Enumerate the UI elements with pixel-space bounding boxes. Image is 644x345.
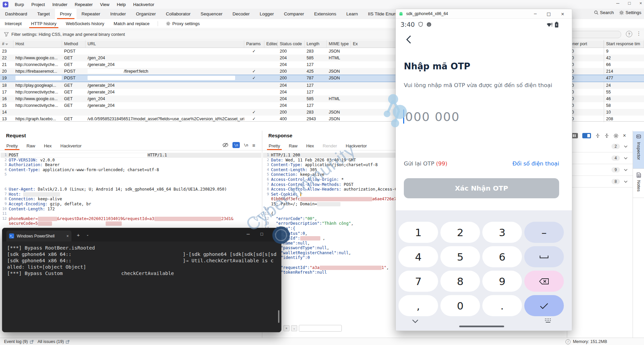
inspector-section[interactable]: 8 <box>567 176 633 188</box>
key-8[interactable]: 8 <box>440 271 480 292</box>
settings-button[interactable]: Settings <box>619 10 641 15</box>
request-editor[interactable]: 1POSTHTTP/1.12OTP-VERSION: v2.0.03Author… <box>1 153 261 226</box>
subtab-http-history[interactable]: HTTP history <box>26 19 61 28</box>
maximize-icon[interactable]: □ <box>547 11 551 16</box>
key-6[interactable]: 6 <box>482 246 522 267</box>
help-icon[interactable]: ? <box>626 31 632 37</box>
column-header-MIME type[interactable]: MIME type <box>327 40 351 48</box>
response-tab-raw[interactable]: Raw <box>284 141 302 150</box>
tab-intruder[interactable]: Intruder <box>105 9 131 19</box>
search-option-icon[interactable]: ≡ <box>283 325 289 331</box>
menu-item-hackvertor[interactable]: Hackvertor <box>129 2 158 7</box>
minimize-icon[interactable]: ─ <box>247 231 250 236</box>
subtab-intercept[interactable]: Intercept <box>0 19 26 28</box>
key-backspace[interactable] <box>524 271 564 292</box>
key-4[interactable]: 4 <box>398 246 438 267</box>
inspector-section[interactable]: 4 <box>567 152 633 164</box>
history-filter-input[interactable] <box>568 31 621 38</box>
nav-handle[interactable] <box>459 326 504 327</box>
tab-proxy[interactable]: Proxy <box>55 9 77 19</box>
emulator-titlebar[interactable]: sdk_gphone64_x86_64 ─ □ × <box>396 9 572 19</box>
menu-item-view[interactable]: View <box>96 2 113 7</box>
hide-keyboard-icon[interactable] <box>412 319 419 323</box>
maximize-icon[interactable]: □ <box>628 1 631 6</box>
confirm-otp-button[interactable]: Xác Nhận OTP <box>404 178 559 198</box>
tab-learn[interactable]: Learn <box>341 9 363 19</box>
layout-toggle-side-icon[interactable] <box>582 133 591 138</box>
tab-repeater[interactable]: Repeater <box>76 9 105 19</box>
response-tab-hex[interactable]: Hex <box>302 141 318 150</box>
inspector-section[interactable]: 2 <box>567 141 633 152</box>
collapse-icon[interactable] <box>604 133 609 138</box>
key-check[interactable] <box>524 295 564 316</box>
key-2[interactable]: 2 <box>440 222 480 243</box>
minimize-icon[interactable]: ─ <box>616 1 619 6</box>
tab-dashboard[interactable]: Dashboard <box>0 9 32 19</box>
key-1[interactable]: 1 <box>398 222 438 243</box>
column-header-Host[interactable]: Host <box>13 40 62 48</box>
subtab-websockets-history[interactable]: WebSockets history <box>61 19 109 28</box>
key-5[interactable]: 5 <box>440 246 480 267</box>
tab-notes[interactable]: Notes <box>633 169 644 198</box>
column-header-Length[interactable]: Length <box>305 40 327 48</box>
newline-icon[interactable]: \n <box>244 143 248 147</box>
event-log-button[interactable]: Event log (9) <box>4 339 34 344</box>
key-3[interactable]: 3 <box>482 222 522 243</box>
column-header-tener port[interactable]: tener port <box>567 40 604 48</box>
inspector-gear-icon[interactable] <box>613 133 619 138</box>
all-issues-button[interactable]: All issues (19) <box>38 339 70 344</box>
resend-otp-button[interactable]: Gửi lại OTP (99) <box>404 160 447 167</box>
column-header-Status code[interactable]: Status code <box>278 40 305 48</box>
maximize-icon[interactable]: □ <box>261 231 263 236</box>
subtab-proxy-settings[interactable]: Proxy settings <box>161 19 205 28</box>
close-icon[interactable]: × <box>639 1 642 6</box>
menu-item-burp[interactable]: Burp <box>11 2 28 7</box>
request-tab-hex[interactable]: Hex <box>40 141 56 150</box>
tab-comparer[interactable]: Comparer <box>279 9 309 19</box>
tab-collaborator[interactable]: Collaborator <box>161 9 196 19</box>
terminal-output[interactable]: [***] Bypass RootBeer.isRooted [sdk gpho… <box>7 245 278 329</box>
more-options-icon[interactable]: ⋮ <box>636 30 641 37</box>
tab-close-icon[interactable]: × <box>66 234 69 238</box>
request-tab-raw[interactable]: Raw <box>22 141 40 150</box>
response-tab-hackvertor[interactable]: Hackvertor <box>341 141 371 150</box>
tab-logger[interactable]: Logger <box>255 9 279 19</box>
tab-organizer[interactable]: Organizer <box>131 9 161 19</box>
editor-menu-icon[interactable]: ≡ <box>252 142 255 148</box>
inspector-close-icon[interactable]: × <box>623 133 626 139</box>
search-option2-icon[interactable]: ⌄ <box>291 325 297 331</box>
column-header-Method[interactable]: Method <box>62 40 86 48</box>
request-tab-hackvertor[interactable]: Hackvertor <box>56 141 86 150</box>
terminal-titlebar[interactable]: >_ Windows PowerShell × + ⌄ ─ □ × <box>2 228 281 242</box>
key-.[interactable]: . <box>482 295 522 316</box>
menu-item-repeater[interactable]: Repeater <box>71 2 96 7</box>
subtab-match-and-replace[interactable]: Match and replace <box>109 19 154 28</box>
menu-item-project[interactable]: Project <box>28 2 48 7</box>
response-tab-pretty[interactable]: Pretty <box>264 141 284 150</box>
new-tab-icon[interactable]: + <box>77 232 80 238</box>
key-space[interactable] <box>524 246 564 267</box>
search-button[interactable]: Search <box>594 10 614 15</box>
otp-input[interactable]: 000 000 <box>403 110 460 124</box>
change-phone-link[interactable]: Đổi số điện thoại <box>513 160 559 167</box>
key-7[interactable]: 7 <box>398 271 438 292</box>
column-header-Start response tim[interactable]: Start response tim <box>604 40 644 48</box>
close-icon[interactable]: × <box>561 11 565 16</box>
tab-extensions[interactable]: Extensions <box>309 9 341 19</box>
key-,[interactable]: , <box>398 295 438 316</box>
editor-search-input[interactable] <box>299 325 342 332</box>
response-tab-render[interactable]: Render <box>318 141 341 150</box>
request-tab-pretty[interactable]: Pretty <box>2 141 22 150</box>
key-9[interactable]: 9 <box>482 271 522 292</box>
menu-item-help[interactable]: Help <box>113 2 129 7</box>
close-icon[interactable]: × <box>274 231 276 236</box>
tab-target[interactable]: Target <box>32 9 55 19</box>
hide-nonprinting-icon[interactable] <box>222 143 228 147</box>
menu-item-intruder[interactable]: Intruder <box>49 2 71 7</box>
terminal-scrollbar[interactable] <box>278 310 279 323</box>
key-minus[interactable]: – <box>524 222 564 243</box>
back-arrow-icon[interactable] <box>405 35 413 44</box>
tab-decoder[interactable]: Decoder <box>227 9 255 19</box>
tab-sequencer[interactable]: Sequencer <box>196 9 227 19</box>
wrap-toggle-active-icon[interactable]: \n <box>232 142 240 148</box>
